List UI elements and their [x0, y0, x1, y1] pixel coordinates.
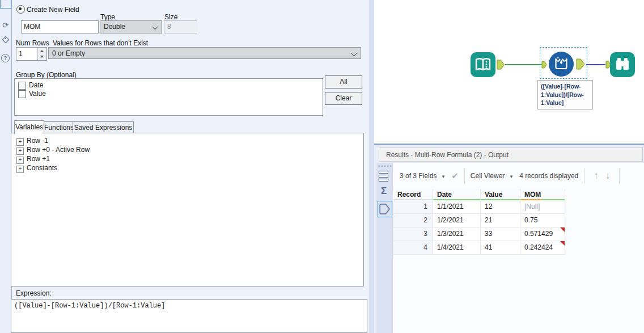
cell-viewer-dropdown[interactable]: Cell Viewer ▾ [471, 172, 512, 180]
refresh-icon[interactable]: ⟳ [1, 20, 10, 30]
profile-sigma-icon[interactable]: Σ [381, 186, 387, 197]
gear-icon: ⚙ [1, 0, 10, 2]
type-select[interactable]: Double [100, 20, 162, 33]
help-icon[interactable]: ? [1, 52, 10, 62]
results-panel: Results - Multi-Row Formula (2) - Output… [374, 144, 644, 333]
cell-mom[interactable]: [Null] [520, 200, 565, 214]
table-row: 1 1/1/2021 12 [Null] [393, 200, 565, 214]
table-view-icon[interactable] [379, 170, 388, 183]
expression-label: Expression: [16, 289, 52, 297]
tree-item-constants[interactable]: +Constants [16, 164, 57, 172]
chevron-down-icon [152, 24, 158, 30]
connection-formula-to-browse[interactable] [586, 64, 605, 65]
workflow-canvas[interactable]: ([Value]-[Row-1:Value])/[Row-1:Value] [374, 0, 644, 144]
clear-button[interactable]: Clear [325, 92, 362, 105]
tool-annotation[interactable]: ([Value]-[Row-1:Value])/[Row-1:Value] [537, 80, 593, 109]
expand-icon[interactable]: + [16, 157, 24, 164]
checkbox-value[interactable] [18, 90, 26, 98]
type-label: Type [100, 13, 115, 21]
expand-icon[interactable]: + [16, 166, 24, 173]
cell-date[interactable]: 1/4/2021 [433, 241, 481, 255]
cell-date[interactable]: 1/1/2021 [433, 200, 481, 214]
table-row: 4 1/4/2021 41 0.242424 [393, 241, 565, 255]
chevron-down-icon [351, 51, 357, 57]
column-header-value[interactable]: Value [481, 189, 520, 200]
cell-value[interactable]: 12 [481, 200, 520, 214]
expand-icon[interactable]: + [16, 147, 24, 155]
scroll-down-icon[interactable]: ↓ [605, 170, 611, 182]
results-content: 3 of 3 Fields ▾ ✔ Cell Viewer ▾ 4 record… [393, 163, 644, 333]
config-tab-selected[interactable]: ⚙ [0, 0, 11, 9]
configuration-panel: ⚙ ⟳ ? Create New Field Type Size MOM Dou… [0, 0, 370, 333]
group-by-option-date[interactable]: Date [18, 81, 43, 89]
chevron-down-icon: ▾ [442, 174, 445, 179]
size-input: 8 [164, 20, 197, 33]
create-new-field-radio[interactable] [16, 5, 25, 14]
tree-item-row-minus1[interactable]: +Row -1 [16, 137, 48, 145]
all-button[interactable]: All [325, 75, 362, 88]
cell-value[interactable]: 41 [481, 241, 520, 255]
cell-record[interactable]: 4 [393, 241, 433, 255]
input-anchor[interactable] [541, 61, 547, 69]
cell-mom[interactable]: 0.242424 [520, 241, 565, 255]
apply-check-icon[interactable]: ✔ [451, 171, 459, 181]
book-icon [471, 52, 495, 77]
num-rows-label: Num Rows [16, 39, 49, 47]
column-header-mom[interactable]: MOM [520, 189, 565, 200]
input-data-tool[interactable] [471, 52, 495, 77]
drag-grip[interactable]: ••••• [378, 163, 393, 169]
column-header-record[interactable]: Record [393, 189, 433, 200]
cell-record[interactable]: 2 [393, 214, 433, 227]
cell-mom[interactable]: 0.75 [520, 214, 565, 227]
tree-item-row-plus1[interactable]: +Row +1 [16, 155, 50, 163]
table-row: 3 1/3/2021 33 0.571429 [393, 227, 565, 241]
records-displayed-label: 4 records displayed [519, 172, 578, 180]
results-rail: ••••• Σ [376, 163, 393, 333]
tree-item-row-0[interactable]: +Row +0 - Active Row [16, 146, 90, 154]
variables-tree: +Row -1 +Row +0 - Active Row +Row +1 +Co… [11, 133, 364, 286]
values-rows-select[interactable]: 0 or Empty [48, 47, 361, 59]
binoculars-icon [610, 52, 635, 77]
cell-record[interactable]: 3 [393, 227, 433, 241]
table-row: 2 1/2/2021 21 0.75 [393, 214, 565, 227]
cell-record[interactable]: 1 [393, 200, 433, 214]
size-label: Size [164, 13, 177, 21]
cell-date[interactable]: 1/3/2021 [433, 227, 481, 241]
results-table: Record Date Value MOM 1 1/1/2021 12 [Nul… [393, 189, 565, 255]
alteryx-designer-window: ⚙ ⟳ ? Create New Field Type Size MOM Dou… [0, 0, 644, 333]
group-by-label: Group By (Optional) [16, 71, 77, 79]
chevron-down-icon: ▾ [510, 174, 513, 179]
scroll-up-icon[interactable]: ↑ [594, 170, 599, 182]
values-rows-label: Values for Rows that don't Exist [53, 39, 148, 47]
stepper-buttons[interactable] [37, 48, 46, 60]
panel-splitter[interactable] [370, 0, 374, 333]
cell-date[interactable]: 1/2/2021 [433, 214, 481, 227]
cell-value[interactable]: 21 [481, 214, 520, 227]
group-by-option-value[interactable]: Value [18, 90, 46, 98]
tag-icon[interactable] [1, 36, 10, 45]
output-anchor[interactable] [576, 58, 585, 70]
results-title-bar: Results - Multi-Row Formula (2) - Output [379, 147, 643, 162]
multi-row-formula-icon [548, 51, 574, 77]
results-toolbar: 3 of 3 Fields ▾ ✔ Cell Viewer ▾ 4 record… [393, 163, 644, 188]
group-by-list: Date Value [14, 78, 323, 116]
cell-mom[interactable]: 0.571429 [520, 227, 565, 241]
table-header: Record Date Value MOM [393, 189, 565, 200]
cell-value[interactable]: 33 [481, 227, 520, 241]
fields-dropdown[interactable]: 3 of 3 Fields ▾ [400, 172, 444, 180]
expand-icon[interactable]: + [16, 138, 24, 146]
create-new-field-label: Create New Field [27, 6, 79, 14]
config-tab-rail: ⚙ ⟳ ? [0, 0, 12, 333]
checkbox-date[interactable] [18, 82, 26, 90]
tab-variables[interactable]: Variables [14, 120, 44, 134]
output-anchor[interactable] [497, 60, 505, 70]
pentagon-icon [378, 201, 392, 217]
column-header-date[interactable]: Date [433, 189, 481, 200]
num-rows-stepper[interactable]: 1 [16, 47, 47, 61]
browse-tool[interactable] [610, 52, 635, 77]
multi-row-formula-tool[interactable] [548, 51, 574, 77]
metadata-view-selected[interactable] [378, 201, 392, 217]
expression-editor[interactable]: ([Value]-[Row-1:Value])/[Row-1:Value] [11, 299, 367, 333]
field-name-input[interactable]: MOM [21, 20, 99, 33]
